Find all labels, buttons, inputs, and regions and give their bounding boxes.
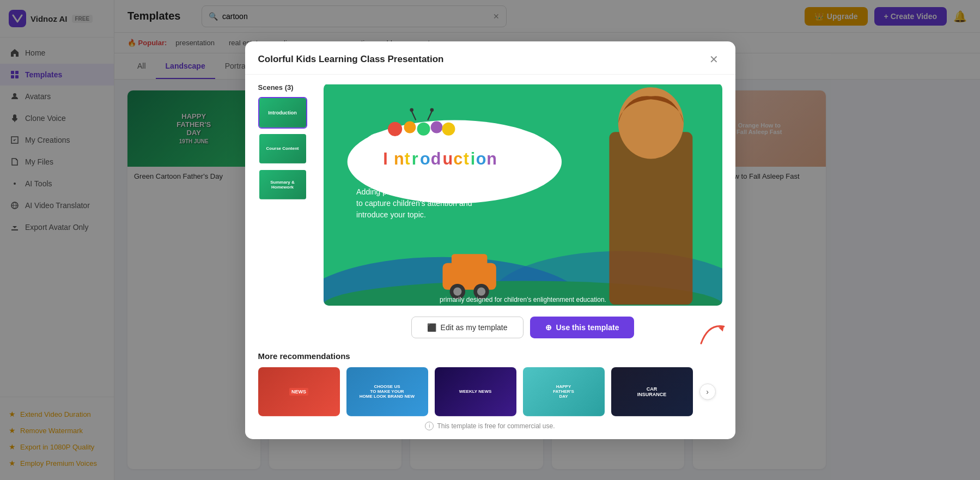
use-template-button[interactable]: ⊕ Use this template	[530, 317, 635, 338]
scene2-preview: Course Content	[259, 133, 306, 163]
rec-hapfathers-thumb: HAPPYFATHER'SDAY	[523, 367, 605, 416]
svg-point-16	[505, 132, 546, 173]
recommendations-row: NEWS CHOOSE USTO MAKE YOURHOME LOOK BRAN…	[258, 367, 722, 416]
rec-weeklynews-thumb: WEEKLY NEWS	[435, 367, 516, 416]
rec-card-home[interactable]: CHOOSE USTO MAKE YOURHOME LOOK BRAND NEW	[346, 367, 428, 416]
svg-text:o: o	[419, 149, 430, 168]
plus-circle-icon: ⊕	[545, 323, 552, 332]
edit-label: Edit as my template	[441, 323, 508, 332]
modal-close-button[interactable]: ✕	[706, 51, 722, 67]
edit-icon: ⬛	[427, 323, 436, 332]
rec-card-hapfathers[interactable]: HAPPYFATHER'SDAY	[523, 367, 605, 416]
scenes-panel: Scenes (3) Introduction Course Content S…	[258, 83, 313, 342]
rec-card-news[interactable]: NEWS	[258, 367, 340, 416]
scene-thumb-3[interactable]: Summary & Homework	[258, 168, 307, 200]
svg-text:d: d	[430, 149, 441, 168]
svg-text:u: u	[442, 149, 453, 168]
rec-carins-thumb: CARINSURANCE	[611, 367, 693, 416]
edit-template-button[interactable]: ⬛ Edit as my template	[411, 317, 524, 338]
svg-text:o: o	[476, 149, 486, 168]
svg-text:i: i	[470, 149, 475, 168]
svg-text:c: c	[453, 149, 462, 168]
svg-marker-50	[718, 325, 725, 332]
svg-text:n: n	[486, 149, 497, 168]
rec-home-thumb: CHOOSE USTO MAKE YOURHOME LOOK BRAND NEW	[346, 367, 428, 416]
chevron-right-icon: ›	[706, 387, 709, 396]
modal-body: Scenes (3) Introduction Course Content S…	[245, 74, 735, 351]
svg-text:primarily designed for childre: primarily designed for children's enligh…	[440, 295, 606, 303]
free-notice: i This template is free for commercial u…	[258, 416, 722, 430]
scene-thumb-2[interactable]: Course Content	[258, 132, 307, 164]
svg-text:introduce your topic.: introduce your topic.	[356, 210, 426, 218]
svg-text:Adding pictures or stories as : Adding pictures or stories as examples	[356, 187, 489, 196]
scene1-preview: Introduction	[259, 98, 306, 127]
scene3-preview: Summary & Homework	[259, 169, 306, 199]
close-icon: ✕	[709, 52, 719, 65]
svg-rect-42	[451, 254, 487, 269]
info-icon: i	[425, 422, 434, 430]
modal-header: Colorful Kids Learning Class Presentatio…	[245, 41, 735, 74]
svg-text:t: t	[463, 149, 468, 168]
svg-point-20	[430, 121, 442, 133]
main-preview: I n t r o d u c t i o n Adding pictures …	[324, 83, 722, 342]
rec-card-weeklynews[interactable]: WEEKLY NEWS	[435, 367, 516, 416]
rec-news-thumb: NEWS	[258, 367, 340, 416]
preview-video: I n t r o d u c t i o n Adding pictures …	[324, 83, 722, 305]
svg-text:n: n	[393, 149, 404, 168]
modal-title: Colorful Kids Learning Class Presentatio…	[258, 53, 444, 64]
svg-point-21	[442, 122, 455, 135]
modal-footer: More recommendations NEWS CHOOSE USTO MA…	[245, 351, 735, 439]
template-modal: Colorful Kids Learning Class Presentatio…	[245, 41, 735, 439]
recommendations-label: More recommendations	[258, 351, 722, 361]
svg-point-25	[430, 108, 434, 112]
svg-point-44	[453, 287, 461, 295]
recs-next-button[interactable]: ›	[699, 384, 716, 400]
preview-actions: ⬛ Edit as my template ⊕ Use this templat…	[324, 312, 722, 343]
svg-text:I: I	[383, 149, 388, 168]
svg-point-18	[404, 121, 416, 133]
arrow-hint	[692, 315, 731, 349]
svg-point-46	[477, 287, 485, 295]
scenes-label: Scenes (3)	[258, 83, 313, 91]
free-notice-text: This template is free for commercial use…	[437, 422, 555, 430]
svg-text:r: r	[411, 149, 418, 168]
svg-text:t: t	[404, 149, 410, 168]
svg-point-19	[417, 122, 430, 135]
svg-text:to capture children's attentio: to capture children's attention and	[356, 198, 472, 207]
scene-thumb-1[interactable]: Introduction	[258, 96, 307, 128]
svg-point-17	[387, 121, 401, 136]
use-label: Use this template	[556, 323, 619, 332]
rec-card-carins[interactable]: CARINSURANCE	[611, 367, 693, 416]
preview-illustration: I n t r o d u c t i o n Adding pictures …	[324, 83, 722, 305]
svg-point-23	[410, 108, 413, 112]
